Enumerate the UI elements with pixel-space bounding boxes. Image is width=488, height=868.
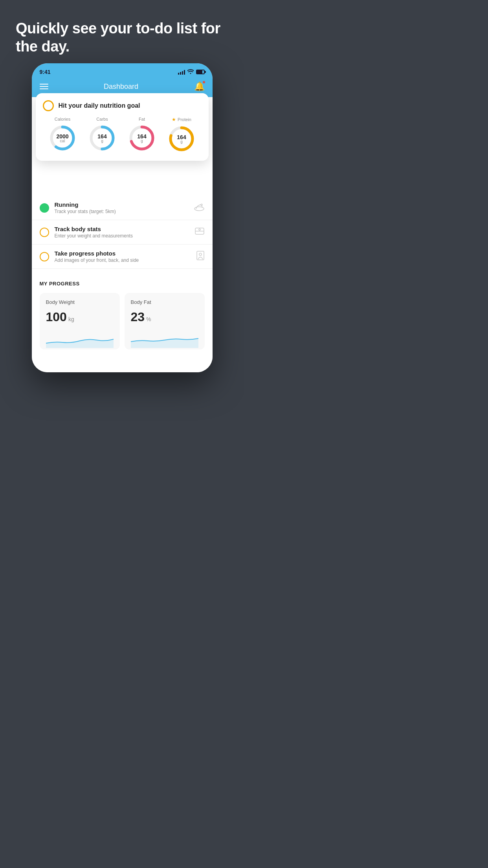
nutrition-card-header: Hit your daily nutrition goal	[43, 100, 202, 111]
wifi-icon	[187, 69, 194, 75]
stat-protein: ★ Protein 164 g	[167, 117, 196, 153]
status-icons	[178, 69, 205, 75]
status-bar: 9:41	[32, 63, 213, 77]
body-fat-number: 23	[131, 310, 145, 324]
body-weight-number: 100	[46, 310, 67, 324]
todo-item-photos[interactable]: Take progress photos Add images of your …	[32, 245, 213, 269]
svg-point-14	[199, 253, 202, 256]
todo-item-running[interactable]: Running Track your stats (target: 5km)	[32, 196, 213, 220]
progress-cards: Body Weight 100 kg B	[40, 293, 205, 349]
todo-title-running: Running	[55, 201, 188, 208]
protein-label: ★ Protein	[172, 117, 191, 122]
todo-text-photos: Take progress photos Add images of your …	[55, 250, 191, 263]
nutrition-stats: Calories 2000 cal	[43, 117, 202, 153]
hero-section: Quickly see your to-do list for the day.	[0, 0, 244, 63]
notification-dot	[202, 81, 205, 84]
nutrition-card: Hit your daily nutrition goal Calories	[36, 93, 209, 161]
todo-title-body-stats: Track body stats	[55, 226, 189, 232]
signal-bars-icon	[178, 69, 185, 75]
fat-donut: 164 g	[128, 124, 156, 152]
todo-subtitle-photos: Add images of your front, back, and side	[55, 257, 191, 263]
body-weight-unit: kg	[68, 316, 74, 322]
nutrition-check-circle	[43, 100, 54, 111]
calories-label: Calories	[55, 117, 70, 121]
protein-donut: 164 g	[167, 125, 196, 153]
hamburger-menu[interactable]	[40, 84, 48, 89]
navbar-title: Dashboard	[104, 83, 138, 91]
todo-circle-running	[40, 203, 49, 213]
carbs-donut: 164 g	[88, 124, 116, 152]
scale-icon	[194, 227, 205, 237]
body-fat-card: Body Fat 23 %	[125, 293, 205, 349]
todo-text-body-stats: Track body stats Enter your weight and m…	[55, 226, 189, 239]
fat-label: Fat	[139, 117, 145, 121]
stat-calories: Calories 2000 cal	[48, 117, 77, 153]
body-weight-value: 100 kg	[46, 310, 114, 324]
todo-subtitle-body-stats: Enter your weight and measurements	[55, 233, 189, 239]
svg-point-12	[199, 229, 200, 230]
bell-icon[interactable]: 🔔	[194, 81, 205, 92]
photo-icon	[196, 250, 205, 263]
phone-content: THINGS TO DO TODAY Hit your daily nutrit…	[32, 97, 213, 372]
body-weight-card: Body Weight 100 kg	[40, 293, 120, 349]
progress-section: MY PROGRESS Body Weight 100 kg	[32, 269, 213, 357]
body-weight-chart	[46, 332, 114, 348]
body-fat-title: Body Fat	[131, 299, 198, 305]
battery-icon	[196, 70, 205, 74]
carbs-label: Carbs	[96, 117, 108, 121]
phone-container: 9:41	[0, 63, 244, 434]
body-fat-chart	[131, 332, 198, 348]
status-time: 9:41	[40, 69, 51, 75]
calories-donut: 2000 cal	[48, 124, 77, 152]
page-wrapper: Quickly see your to-do list for the day.…	[0, 0, 244, 434]
todo-item-body-stats[interactable]: Track body stats Enter your weight and m…	[32, 220, 213, 245]
running-icon	[194, 202, 205, 213]
phone-mockup: 9:41	[32, 63, 213, 372]
body-fat-value: 23 %	[131, 310, 198, 324]
todo-circle-photos	[40, 252, 49, 261]
todo-subtitle-running: Track your stats (target: 5km)	[55, 209, 188, 214]
nutrition-card-title: Hit your daily nutrition goal	[59, 102, 140, 109]
star-icon: ★	[172, 117, 176, 122]
todo-circle-body-stats	[40, 228, 49, 237]
hero-headline: Quickly see your to-do list for the day.	[16, 20, 228, 55]
todo-text-running: Running Track your stats (target: 5km)	[55, 201, 188, 214]
body-fat-unit: %	[146, 316, 151, 322]
svg-point-9	[201, 204, 202, 206]
stat-carbs: Carbs 164 g	[88, 117, 116, 153]
stat-fat: Fat 164 g	[128, 117, 156, 153]
progress-section-header: MY PROGRESS	[40, 281, 205, 287]
todo-title-photos: Take progress photos	[55, 250, 191, 257]
body-weight-title: Body Weight	[46, 299, 114, 305]
